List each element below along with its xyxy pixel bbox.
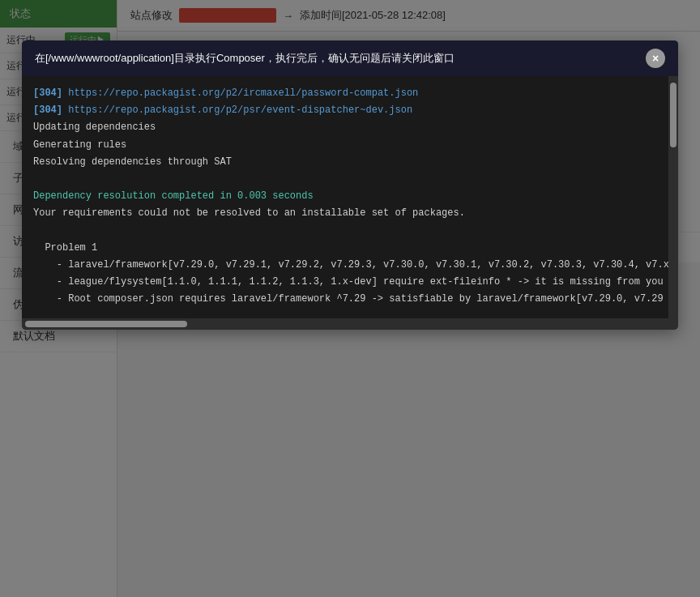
terminal-line-4: Generating rules [33, 138, 667, 153]
terminal-wrapper: [304] https://repo.packagist.org/p2/ircm… [22, 76, 678, 318]
terminal-line-2: [304] https://repo.packagist.org/p2/psr/… [33, 103, 667, 118]
terminal-vscrollbar[interactable] [668, 76, 678, 318]
terminal-line-5: Resolving dependencies through SAT [33, 155, 667, 170]
http-code-1: [304] [33, 87, 62, 99]
terminal-line-blank-1 [33, 172, 667, 187]
modal-overlay: 在[/www/wwwroot/application]目录执行Composer，… [0, 0, 700, 597]
modal-header-text: 在[/www/wwwroot/application]目录执行Composer，… [35, 51, 646, 66]
terminal-line-11: - Root composer.json requires laravel/fr… [33, 292, 667, 307]
terminal-line-7: Your requirements could not be resolved … [33, 206, 667, 221]
terminal-line-6: Dependency resolution completed in 0.003… [33, 189, 667, 204]
modal-header: 在[/www/wwwroot/application]目录执行Composer，… [22, 41, 678, 76]
http-url-2: https://repo.packagist.org/p2/psr/event-… [68, 104, 412, 116]
http-code-2: [304] [33, 104, 62, 116]
http-url-1: https://repo.packagist.org/p2/ircmaxell/… [68, 87, 418, 99]
modal-close-button[interactable]: × [646, 49, 665, 68]
terminal-line-3: Updating dependencies [33, 120, 667, 135]
terminal-output[interactable]: [304] https://repo.packagist.org/p2/ircm… [22, 76, 678, 318]
terminal-hscroll-thumb [25, 321, 187, 327]
terminal-vscroll-thumb [670, 83, 677, 147]
terminal-line-9: - laravel/framework[v7.29.0, v7.29.1, v7… [33, 258, 667, 273]
terminal-line-8: Problem 1 [33, 241, 667, 256]
terminal-line-blank-2 [33, 224, 667, 239]
terminal-line-10: - league/flysystem[1.1.0, 1.1.1, 1.1.2, … [33, 275, 667, 290]
modal: 在[/www/wwwroot/application]目录执行Composer，… [22, 41, 678, 330]
terminal-hscrollbar[interactable] [22, 318, 678, 330]
terminal-line-1: [304] https://repo.packagist.org/p2/ircm… [33, 86, 667, 101]
